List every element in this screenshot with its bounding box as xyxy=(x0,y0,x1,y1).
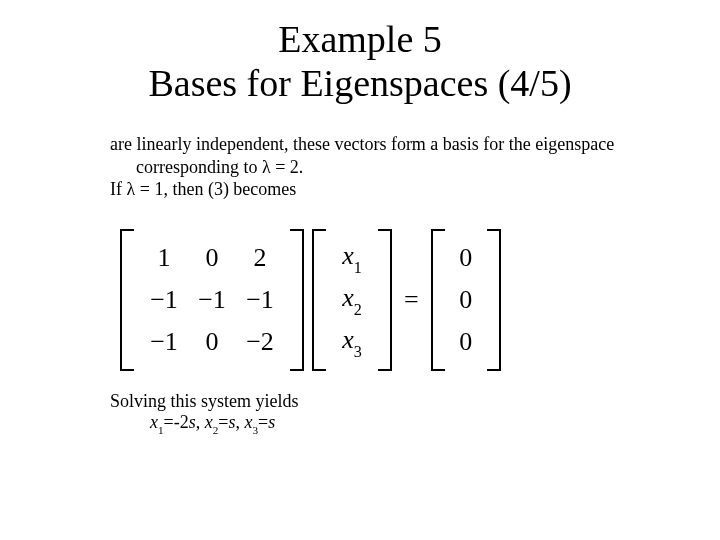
a-2-2: −2 xyxy=(246,327,274,357)
vector-x-grid: x1 x2 x3 xyxy=(326,229,378,371)
para-line-3: If λ = 1, then (3) becomes xyxy=(110,178,620,201)
sol-sep-1: , xyxy=(196,412,205,432)
title-line-2: Bases for Eigenspaces (4/5) xyxy=(148,62,571,104)
sol-x1-var: x xyxy=(150,412,158,432)
yields-label: Solving this system yields xyxy=(110,391,620,412)
sol-x3-var: x xyxy=(245,412,253,432)
bracket-right-icon xyxy=(378,229,392,371)
para-line-2-eq: λ = 2. xyxy=(262,157,303,177)
vector-b: 0 0 0 xyxy=(431,229,501,371)
a-0-1: 0 xyxy=(206,243,219,273)
para-line-1: are linearly independent, these vectors … xyxy=(110,133,620,156)
sol-x3-val: = xyxy=(258,412,268,432)
sol-x1-sub: 1 xyxy=(158,424,164,436)
para-line-2-pre: corresponding to xyxy=(136,157,262,177)
sol-s-1: s xyxy=(189,412,196,432)
matrix-a-grid: 1 0 2 −1 −1 −1 −1 0 −2 xyxy=(134,229,290,371)
bracket-left-icon xyxy=(431,229,445,371)
equals-sign: = xyxy=(404,285,419,315)
sol-x3-sub: 3 xyxy=(253,424,259,436)
matrix-a: 1 0 2 −1 −1 −1 −1 0 −2 xyxy=(120,229,304,371)
bracket-left-icon xyxy=(312,229,326,371)
para-line-3-pre: If xyxy=(110,179,127,199)
a-1-1: −1 xyxy=(198,285,226,315)
para-line-2: corresponding to λ = 2. xyxy=(136,156,620,179)
b-0: 0 xyxy=(459,243,472,273)
sol-x1-val: =-2 xyxy=(164,412,189,432)
solution-line: x1=-2s, x2=s, x3=s xyxy=(150,412,680,435)
bracket-left-icon xyxy=(120,229,134,371)
slide-title: Example 5 Bases for Eigenspaces (4/5) xyxy=(40,18,680,105)
vector-x: x1 x2 x3 xyxy=(312,229,392,371)
para-line-3-mid: λ = 1 xyxy=(127,179,164,199)
para-line-3-post: , then (3) becomes xyxy=(163,179,296,199)
a-1-2: −1 xyxy=(246,285,274,315)
sol-sep-2: , xyxy=(236,412,245,432)
a-0-0: 1 xyxy=(158,243,171,273)
sol-s-3: s xyxy=(268,412,275,432)
matrix-equation: 1 0 2 −1 −1 −1 −1 0 −2 x1 x2 x3 xyxy=(120,229,680,371)
a-1-0: −1 xyxy=(150,285,178,315)
sol-x2-var: x xyxy=(205,412,213,432)
a-2-0: −1 xyxy=(150,327,178,357)
x-1: x2 xyxy=(342,283,362,316)
b-1: 0 xyxy=(459,285,472,315)
a-0-2: 2 xyxy=(254,243,267,273)
x-2: x3 xyxy=(342,325,362,358)
bracket-right-icon xyxy=(487,229,501,371)
bracket-right-icon xyxy=(290,229,304,371)
vector-b-grid: 0 0 0 xyxy=(445,229,487,371)
sol-x2-sub: 2 xyxy=(213,424,219,436)
title-line-1: Example 5 xyxy=(278,18,442,60)
b-2: 0 xyxy=(459,327,472,357)
matrix-row: 1 0 2 −1 −1 −1 −1 0 −2 x1 x2 x3 xyxy=(120,229,680,371)
slide: Example 5 Bases for Eigenspaces (4/5) ar… xyxy=(0,0,720,540)
body-text: are linearly independent, these vectors … xyxy=(110,133,620,201)
sol-x2-val: = xyxy=(218,412,228,432)
sol-s-2: s xyxy=(228,412,235,432)
x-0: x1 xyxy=(342,241,362,274)
a-2-1: 0 xyxy=(206,327,219,357)
